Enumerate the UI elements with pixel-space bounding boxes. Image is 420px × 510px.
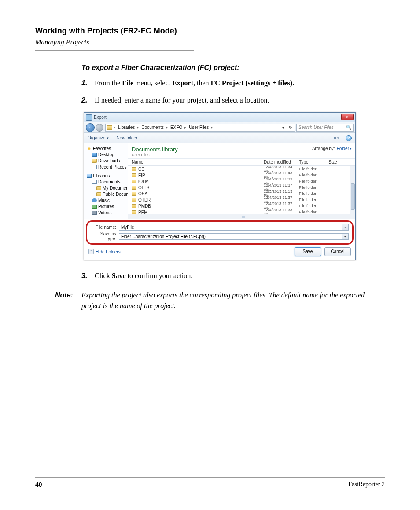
search-input[interactable]: Search User Files 🔍 bbox=[296, 124, 354, 132]
view-options-button[interactable]: ≡▾ bbox=[332, 135, 340, 141]
breadcrumb[interactable]: ▸ Libraries ▸ Documents ▸ EXFO ▸ User Fi… bbox=[105, 124, 295, 132]
save-button[interactable]: Save bbox=[295, 247, 321, 256]
nav-forward-button[interactable]: → bbox=[96, 124, 103, 132]
tree-favorites[interactable]: Favorites bbox=[87, 145, 127, 151]
chevron-up-icon: ˄ bbox=[88, 249, 94, 254]
new-folder-button[interactable]: New folder bbox=[117, 136, 138, 140]
dropdown-icon[interactable]: ▾ bbox=[342, 224, 348, 230]
header-rule bbox=[35, 50, 194, 51]
save-as-type-label: Save as type: bbox=[91, 231, 119, 241]
col-type: Type bbox=[299, 160, 328, 165]
chevron-down-icon: ▾ bbox=[107, 136, 109, 140]
step-number: 1. bbox=[81, 78, 95, 88]
pictures-icon bbox=[92, 205, 97, 209]
cancel-button[interactable]: Cancel bbox=[324, 247, 351, 256]
table-row[interactable]: OLTS12/4/2013 11:37 AMFile folder bbox=[128, 184, 355, 191]
horizontal-scrollbar[interactable] bbox=[128, 214, 355, 219]
tree-publicdocs[interactable]: Public Docume bbox=[87, 191, 127, 197]
file-list-pane: Documents library User Files Arrange by:… bbox=[128, 143, 355, 219]
table-row[interactable]: iOLM12/4/2013 11:33 AMFile folder bbox=[128, 178, 355, 184]
hide-folders-button[interactable]: ˄ Hide Folders bbox=[88, 249, 121, 254]
folder-icon bbox=[132, 192, 136, 196]
crumb-sep: ▸ bbox=[113, 125, 116, 130]
crumb-sep: ▸ bbox=[184, 125, 187, 130]
tree-desktop[interactable]: Desktop bbox=[87, 151, 127, 158]
file-name-field[interactable]: MyFile ▾ bbox=[119, 224, 349, 231]
file-list: CD12/4/2013 11:34 AMFile folderFIP12/4/2… bbox=[128, 166, 355, 214]
library-icon bbox=[87, 174, 92, 178]
crumb[interactable]: Libraries bbox=[117, 125, 136, 130]
col-size: Size bbox=[328, 160, 346, 165]
table-row[interactable]: PMDB12/4/2013 11:37 AMFile folder bbox=[128, 203, 355, 209]
table-row[interactable]: FIP12/4/2013 11:43 PMFile folder bbox=[128, 172, 355, 178]
crumb[interactable]: User Files bbox=[188, 125, 210, 130]
nav-tree: Favorites Desktop Downloads Recent Place… bbox=[84, 143, 128, 219]
table-row[interactable]: PPM12/4/2013 11:33 AMFile folder bbox=[128, 209, 355, 214]
organize-button[interactable]: Organize▾ bbox=[88, 136, 109, 140]
step-number: 3. bbox=[81, 271, 95, 281]
toolbar: Organize▾ New folder ≡▾ ? bbox=[84, 133, 355, 143]
tree-recent[interactable]: Recent Places bbox=[87, 164, 127, 170]
folder-icon bbox=[92, 159, 97, 163]
path-dropdown-icon[interactable]: ▾ bbox=[280, 125, 287, 131]
window-title: Export bbox=[94, 115, 107, 120]
table-row[interactable]: OTDR12/4/2013 11:37 AMFile folder bbox=[128, 197, 355, 203]
crumb[interactable]: EXFO bbox=[169, 125, 183, 130]
library-subtitle: User Files bbox=[132, 153, 312, 157]
videos-icon bbox=[92, 211, 97, 215]
search-icon: 🔍 bbox=[346, 125, 351, 130]
folder-icon bbox=[132, 180, 136, 183]
folder-icon bbox=[132, 173, 136, 177]
table-row[interactable]: OSA12/3/2013 11:13 PMFile folder bbox=[128, 191, 355, 197]
step-text: From the File menu, select Export, then … bbox=[95, 78, 385, 88]
close-button[interactable]: X bbox=[341, 114, 354, 120]
folder-icon bbox=[132, 167, 136, 171]
vertical-scrollbar[interactable] bbox=[350, 166, 355, 214]
help-button[interactable]: ? bbox=[346, 135, 352, 141]
table-row[interactable]: CD12/4/2013 11:34 AMFile folder bbox=[128, 166, 355, 172]
tree-downloads[interactable]: Downloads bbox=[87, 158, 127, 164]
folder-icon bbox=[132, 210, 136, 214]
section-subtitle: Managing Projects bbox=[35, 38, 385, 46]
dropdown-icon[interactable]: ▾ bbox=[342, 234, 348, 239]
folder-icon bbox=[96, 192, 101, 196]
address-bar: ← → ▸ Libraries ▸ Documents ▸ EXFO ▸ Use… bbox=[84, 122, 355, 133]
export-dialog-screenshot: Export X ← → ▸ Libraries ▸ Documents ▸ E… bbox=[84, 112, 356, 260]
folder-icon bbox=[107, 125, 112, 130]
tree-libraries[interactable]: Libraries bbox=[87, 172, 127, 179]
window-icon bbox=[86, 114, 92, 121]
dialog-footer: ˄ Hide Folders Save Cancel bbox=[84, 245, 355, 260]
refresh-icon[interactable]: ↻ bbox=[287, 125, 294, 131]
tree-videos[interactable]: Videos bbox=[87, 209, 127, 216]
column-headers[interactable]: Name Date modified Type Size bbox=[128, 159, 355, 166]
crumb-sep: ▸ bbox=[210, 125, 214, 130]
col-name: Name bbox=[132, 160, 264, 165]
tree-music[interactable]: Music bbox=[87, 197, 127, 203]
save-as-type-field[interactable]: Fiber Characterization Project File (*.F… bbox=[119, 233, 349, 240]
instruction-heading: To export a Fiber Characterization (FC) … bbox=[81, 64, 385, 72]
note-label: Note: bbox=[55, 290, 81, 312]
file-name-label: File name: bbox=[91, 225, 119, 230]
col-date: Date modified bbox=[264, 160, 299, 165]
library-title: Documents library bbox=[132, 146, 312, 153]
crumb[interactable]: Documents bbox=[140, 125, 165, 130]
music-icon bbox=[92, 198, 97, 202]
star-icon bbox=[87, 147, 92, 150]
tree-mydocs[interactable]: My Documents bbox=[87, 185, 127, 191]
note-text: Exporting the project also exports the c… bbox=[81, 290, 385, 312]
desktop-icon bbox=[92, 153, 97, 157]
document-icon bbox=[92, 180, 97, 184]
folder-icon bbox=[132, 198, 136, 202]
nav-back-button[interactable]: ← bbox=[86, 123, 95, 132]
step-number: 2. bbox=[81, 95, 95, 105]
step-text: Click Save to confirm your action. bbox=[95, 271, 385, 281]
step-3: 3. Click Save to confirm your action. bbox=[81, 271, 385, 281]
arrange-by[interactable]: Arrange by: Folder▾ bbox=[312, 146, 352, 151]
folder-icon bbox=[132, 186, 136, 190]
search-placeholder: Search User Files bbox=[298, 125, 333, 130]
note: Note: Exporting the project also exports… bbox=[55, 290, 385, 312]
step-2: 2. If needed, enter a name for your proj… bbox=[81, 95, 385, 105]
chevron-down-icon: ▾ bbox=[350, 147, 352, 150]
tree-documents[interactable]: Documents bbox=[87, 179, 127, 185]
tree-pictures[interactable]: Pictures bbox=[87, 203, 127, 209]
